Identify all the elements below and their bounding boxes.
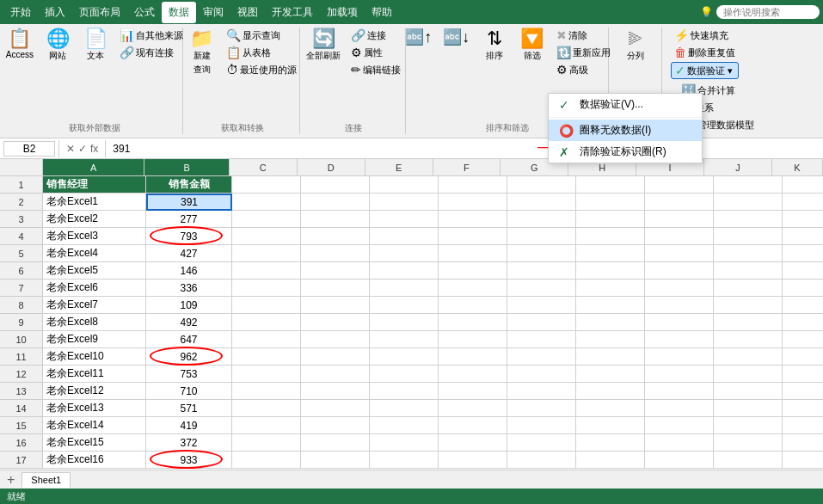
menu-insert[interactable]: 插入 (38, 2, 72, 23)
ribbon-btn-filter[interactable]: 🔽 筛选 (515, 28, 550, 64)
cell-f5[interactable] (439, 245, 507, 262)
cell-i12[interactable] (645, 366, 714, 383)
cell-c11[interactable] (232, 348, 301, 366)
cell-a17[interactable]: 老余Excel16 (43, 452, 146, 469)
cell-j16[interactable] (714, 434, 783, 452)
cell-h15[interactable] (576, 417, 645, 434)
ribbon-btn-sort-asc[interactable]: 🔤↑ (402, 28, 436, 46)
cell-g14[interactable] (507, 400, 576, 417)
ribbon-btn-sort[interactable]: ⇅ 排序 (477, 28, 512, 64)
cell-j15[interactable] (714, 417, 783, 434)
cell-a9[interactable]: 老余Excel8 (43, 314, 146, 331)
cell-d5[interactable] (301, 245, 370, 262)
cell-c9[interactable] (232, 314, 301, 331)
cell-g17[interactable] (507, 452, 576, 469)
ribbon-btn-recent-sources[interactable]: ⏱最近使用的源 (223, 62, 300, 77)
cell-g16[interactable] (507, 434, 576, 452)
cell-h5[interactable] (576, 245, 645, 262)
cell-f9[interactable] (439, 314, 507, 331)
cell-f11[interactable] (439, 348, 507, 366)
cell-h3[interactable] (576, 211, 645, 228)
cell-b16[interactable]: 372 (146, 434, 232, 452)
cell-e12[interactable] (370, 366, 439, 383)
cell-b10[interactable]: 647 (146, 331, 232, 348)
cell-h9[interactable] (576, 314, 645, 331)
ribbon-btn-connections[interactable]: 🔗连接 (347, 28, 404, 43)
cell-e14[interactable] (370, 400, 439, 417)
cell-j11[interactable] (714, 348, 783, 366)
menu-view[interactable]: 视图 (230, 2, 265, 23)
cell-e9[interactable] (370, 314, 439, 331)
dropdown-item-circle-invalid[interactable]: ⭕ 圈释无效数据(I) (549, 120, 702, 141)
col-header-a[interactable]: A (43, 159, 144, 176)
cell-a3[interactable]: 老余Excel2 (43, 211, 146, 228)
cancel-icon[interactable]: ✕ (66, 143, 75, 155)
cell-d17[interactable] (301, 452, 370, 469)
cell-d15[interactable] (301, 417, 370, 434)
ribbon-btn-data-validation[interactable]: ✓数据验证 ▾ (671, 62, 739, 79)
cell-i1[interactable] (645, 176, 714, 194)
ribbon-btn-reapply[interactable]: 🔃重新应用 (553, 45, 614, 60)
cell-i2[interactable] (645, 194, 714, 211)
cell-k13[interactable] (783, 383, 823, 400)
cell-c15[interactable] (232, 417, 301, 434)
cell-j12[interactable] (714, 366, 783, 383)
cell-e3[interactable] (370, 211, 439, 228)
function-icon[interactable]: fx (90, 143, 98, 155)
ribbon-btn-new-query[interactable]: 📁 新建 查询 (185, 28, 219, 77)
cell-g3[interactable] (507, 211, 576, 228)
cell-h7[interactable] (576, 280, 645, 297)
cell-g4[interactable] (507, 228, 576, 245)
cell-j4[interactable] (714, 228, 783, 245)
cell-h8[interactable] (576, 297, 645, 314)
cell-k1[interactable] (783, 176, 823, 194)
cell-e1[interactable] (370, 176, 439, 194)
cell-a12[interactable]: 老余Excel11 (43, 366, 146, 383)
cell-c8[interactable] (232, 297, 301, 314)
cell-a15[interactable]: 老余Excel14 (43, 417, 146, 434)
cell-b3[interactable]: 277 (146, 211, 232, 228)
cell-c13[interactable] (232, 383, 301, 400)
cell-k7[interactable] (783, 280, 823, 297)
cell-a2[interactable]: 老余Excel1 (43, 194, 146, 211)
cell-e8[interactable] (370, 297, 439, 314)
cell-j3[interactable] (714, 211, 783, 228)
add-sheet-btn[interactable]: + (0, 472, 21, 488)
ribbon-btn-other-sources[interactable]: 📊自其他来源 (116, 28, 187, 43)
cell-c1[interactable] (232, 176, 301, 194)
cell-a1[interactable]: 销售经理 (43, 176, 146, 194)
cell-j5[interactable] (714, 245, 783, 262)
confirm-icon[interactable]: ✓ (78, 143, 87, 155)
cell-j2[interactable] (714, 194, 783, 211)
menu-addins[interactable]: 加载项 (320, 2, 365, 23)
cell-g13[interactable] (507, 383, 576, 400)
cell-f12[interactable] (439, 366, 507, 383)
cell-f2[interactable] (439, 194, 507, 211)
cell-e6[interactable] (370, 262, 439, 280)
cell-b4[interactable]: 793 (146, 228, 232, 245)
ribbon-btn-remove-duplicates[interactable]: 🗑删除重复值 (671, 45, 739, 60)
cell-i10[interactable] (645, 331, 714, 348)
name-box[interactable] (3, 141, 55, 157)
col-header-b[interactable]: B (144, 159, 230, 176)
ribbon-btn-clear[interactable]: ✖清除 (553, 28, 614, 43)
col-header-d[interactable]: D (298, 159, 365, 176)
cell-i14[interactable] (645, 400, 714, 417)
cell-i17[interactable] (645, 452, 714, 469)
cell-h2[interactable] (576, 194, 645, 211)
cell-a6[interactable]: 老余Excel5 (43, 262, 146, 280)
cell-c10[interactable] (232, 331, 301, 348)
ribbon-btn-quick-fill[interactable]: ⚡快速填充 (671, 28, 739, 43)
cell-a5[interactable]: 老余Excel4 (43, 245, 146, 262)
col-header-e[interactable]: E (365, 159, 433, 176)
ribbon-btn-access[interactable]: 📋 Access (3, 28, 37, 61)
formula-input[interactable] (109, 143, 820, 155)
cell-f1[interactable] (439, 176, 507, 194)
col-header-c[interactable]: C (230, 159, 298, 176)
cell-h13[interactable] (576, 383, 645, 400)
cell-h17[interactable] (576, 452, 645, 469)
cell-h11[interactable] (576, 348, 645, 366)
cell-i13[interactable] (645, 383, 714, 400)
ribbon-btn-text[interactable]: 📄 文本 (78, 28, 113, 64)
menu-start[interactable]: 开始 (3, 2, 38, 23)
